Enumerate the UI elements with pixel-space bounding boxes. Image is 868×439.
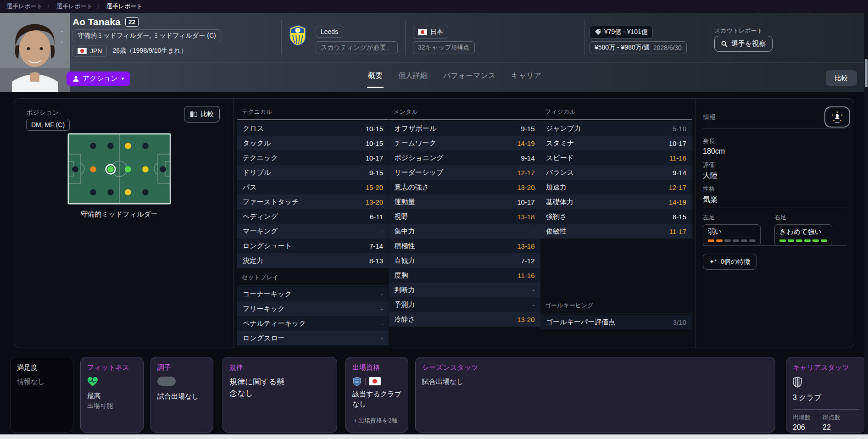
nationality-chip[interactable]: JPN (72, 45, 107, 57)
person-orbit-icon (831, 111, 843, 123)
attribute-row[interactable]: 決定力8-13 (237, 253, 389, 268)
attribute-row[interactable]: バランス9-14 (540, 165, 692, 180)
nation-chip[interactable]: 日本 (413, 26, 448, 39)
attribute-row[interactable]: 予測力- (389, 297, 540, 312)
attribute-row[interactable]: 強靭さ8-15 (540, 209, 692, 224)
attribute-row[interactable]: マーキング- (237, 224, 389, 239)
attribute-row[interactable]: 基礎体力14-19 (540, 194, 692, 209)
attribute-row[interactable]: ロングスロー- (237, 331, 389, 345)
attribute-row[interactable]: クロス10-15 (237, 121, 389, 136)
attribute-row[interactable]: 度胸11-16 (389, 268, 540, 283)
attribute-row[interactable]: チームワーク14-19 (389, 136, 540, 150)
form-card[interactable]: 調子 - 試合出場なし (150, 357, 213, 433)
fitness-card[interactable]: フィットネス 最高 出場可能 (80, 357, 144, 433)
action-button[interactable]: アクション ▾ (67, 72, 130, 86)
attribute-value: 5-10 (673, 125, 686, 133)
heart-pulse-icon (87, 377, 98, 387)
position-section-title: ポジション (26, 109, 59, 117)
attribute-section-title: ゴールキーピング (540, 300, 692, 313)
tab-パフォーマンス[interactable]: パフォーマンス (442, 67, 496, 88)
breadcrumb-item[interactable]: 選手レポート (6, 2, 43, 11)
breadcrumb-item[interactable]: 選手レポート (106, 2, 143, 11)
attribute-row[interactable]: オフザボール9-15 (389, 121, 540, 136)
foot-strength-segment (796, 239, 802, 242)
attribute-row[interactable]: 視野13-18 (389, 209, 540, 224)
attribute-column-mental: メンタルオフザボール9-15チームワーク14-19ポジショニング9-14リーダー… (389, 99, 540, 348)
attribute-row[interactable]: テクニック10-17 (237, 150, 389, 165)
attribute-row[interactable]: パス15-20 (237, 180, 389, 194)
attribute-row[interactable]: ポジショニング9-14 (389, 150, 540, 165)
attribute-value: 7-14 (369, 242, 383, 250)
club-crest-leeds-icon[interactable] (289, 25, 306, 48)
attribute-row[interactable]: 加速力12-17 (540, 180, 692, 194)
attribute-value: - (533, 228, 535, 235)
person-icon (73, 76, 79, 82)
attribute-row[interactable]: ゴールキーパー評価点3/10 (540, 315, 692, 329)
career-stats-card[interactable]: キャリアスタッツ 3 クラブ 出場数 206 得点数 22 (786, 357, 866, 433)
sparkle-icon: ✦✦ (709, 258, 717, 265)
prev-player-chevron-up-icon[interactable]: ⌃ (60, 30, 64, 35)
attribute-row[interactable]: スピード11-16 (540, 150, 692, 165)
fitness-availability: 出場可能 (87, 402, 137, 410)
position-pitch-map[interactable] (67, 133, 171, 205)
scout-player-button[interactable]: 選手を視察 (714, 36, 773, 52)
attribute-row[interactable]: ジャンプ力5-10 (540, 121, 692, 136)
attribute-row[interactable]: フリーキック- (237, 301, 389, 316)
apps-value: 206 (793, 423, 811, 432)
player-photo (0, 13, 70, 92)
attribute-value: 14-19 (517, 139, 534, 147)
foot-strength-segment (749, 239, 756, 242)
form-body: 試合出場なし (157, 391, 206, 401)
scrollbar-thumb[interactable] (865, 59, 868, 87)
discipline-card[interactable]: 規律 規律に関する懸念なし (223, 357, 337, 433)
attribute-row[interactable]: コーナーキック- (237, 287, 389, 301)
satisfaction-card[interactable]: 満足度 情報なし (10, 357, 73, 433)
foot-strength-segment (821, 239, 827, 242)
personality-label: 性格 (703, 185, 718, 193)
attribute-row[interactable]: 集中力- (389, 224, 540, 239)
player-relations-button[interactable] (824, 106, 850, 128)
attribute-name: 意志の強さ (395, 183, 429, 192)
season-stats-title: シーズンスタッツ (422, 363, 768, 372)
tab-個人詳細[interactable]: 個人詳細 (397, 67, 428, 88)
attribute-row[interactable]: ロングシュート7-14 (237, 239, 389, 253)
attribute-value: 12-17 (517, 169, 534, 177)
attribute-row[interactable]: ペナルティーキック- (237, 316, 389, 331)
next-player-chevron-down-icon[interactable]: ⌄ (60, 39, 64, 43)
attribute-name: ロングスロー (243, 334, 285, 343)
eligibility-link[interactable]: ＋出場資格を2種 (352, 417, 401, 425)
vertical-scrollbar[interactable] (864, 13, 868, 434)
attribute-row[interactable]: 判断力- (389, 283, 540, 297)
tab-概要[interactable]: 概要 (367, 67, 384, 88)
season-stats-card[interactable]: シーズンスタッツ 試合出場なし (415, 357, 775, 433)
personality-value: 気楽 (703, 195, 718, 205)
attribute-row[interactable]: タックル10-15 (237, 136, 389, 150)
attribute-value: 13-20 (517, 316, 534, 323)
position-short-chip: DM, MF (C) (26, 119, 70, 131)
attribute-value: - (381, 305, 383, 313)
compare-button-positions[interactable]: 比較 (184, 106, 220, 122)
player-header: ⌃ ⌄ Ao Tanaka 22 守備的ミッドフィルダー, ミッドフィルダー (… (0, 13, 868, 92)
attribute-row[interactable]: リーダーシップ12-17 (389, 165, 540, 180)
attribute-row[interactable]: 運動量10-17 (389, 194, 540, 209)
attribute-row[interactable]: ファーストタッチ13-20 (237, 194, 389, 209)
attribute-row[interactable]: ヘディング6-11 (237, 209, 389, 224)
traits-button[interactable]: ✦✦ 0個の特徴 (703, 254, 757, 270)
horizontal-scrollbar[interactable] (0, 434, 868, 439)
breadcrumb-separator: 〉 (47, 3, 52, 11)
club-name-chip[interactable]: Leeds (316, 26, 343, 38)
attribute-row[interactable]: 直観力7-12 (389, 253, 540, 268)
attribute-row[interactable]: 積極性13-18 (389, 239, 540, 253)
attribute-row[interactable]: ドリブル9-15 (237, 165, 389, 180)
eligibility-card[interactable]: 出場資格 | 該当するクラブなし ＋出場資格を2種 (345, 357, 408, 433)
attribute-row[interactable]: 俊敏性11-17 (540, 224, 692, 239)
player-switcher: ⌃ ⌄ (60, 30, 64, 43)
tab-キャリア[interactable]: キャリア (510, 67, 542, 88)
compare-button-top[interactable]: 比較 (826, 70, 857, 86)
attribute-row[interactable]: 冷静さ13-20 (389, 312, 540, 327)
attribute-row[interactable]: 意志の強さ13-20 (389, 180, 540, 194)
position-chip[interactable]: 守備的ミッドフィルダー, ミッドフィルダー (C) (72, 29, 221, 42)
info-section: 情報 身長 180cm 評価 大陸 性格 気楽 (696, 99, 854, 348)
attribute-row[interactable]: スタミナ10-17 (540, 136, 692, 150)
breadcrumb-item[interactable]: 選手レポート (56, 2, 93, 11)
